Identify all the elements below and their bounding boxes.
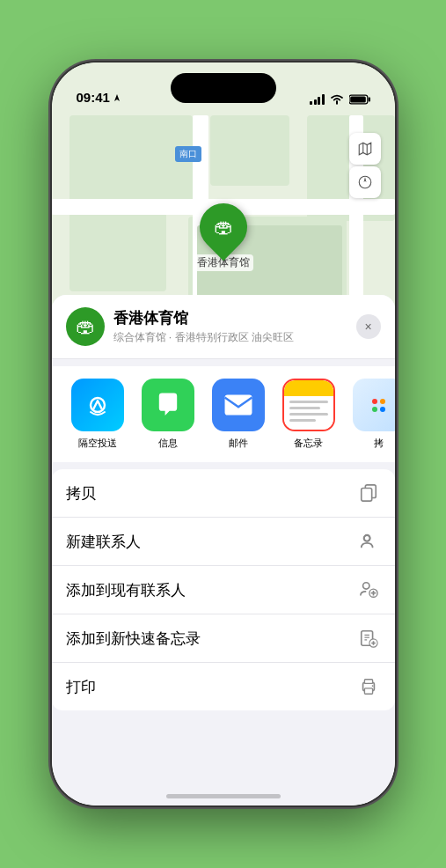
- place-name: 香港体育馆: [113, 308, 347, 328]
- action-quick-note[interactable]: 添加到新快速备忘录: [52, 614, 395, 663]
- notes-label: 备忘录: [294, 437, 323, 450]
- action-copy-label: 拷贝: [66, 483, 96, 504]
- action-new-contact-label: 新建联系人: [66, 532, 141, 552]
- svg-point-29: [371, 685, 373, 687]
- more-label: 拷: [374, 437, 384, 450]
- battery-icon: [349, 94, 370, 105]
- person-add-svg: [359, 532, 378, 551]
- map-controls[interactable]: [349, 133, 381, 200]
- map-block: [69, 115, 193, 203]
- share-mail[interactable]: 邮件: [203, 379, 274, 450]
- stadium-icon: 🏟: [214, 216, 233, 239]
- share-more[interactable]: 拷: [344, 379, 395, 450]
- person-plus-icon: [356, 577, 381, 602]
- action-existing-contact[interactable]: 添加到现有联系人: [52, 566, 395, 614]
- location-marker: 🏟 香港体育馆: [194, 203, 253, 271]
- signal-bars-icon: [310, 94, 325, 105]
- compass-icon: [357, 174, 373, 190]
- notes-icon[interactable]: [282, 379, 335, 431]
- share-messages[interactable]: 信息: [133, 379, 203, 450]
- home-indicator: [166, 794, 281, 798]
- map-block: [210, 115, 289, 186]
- svg-rect-28: [364, 680, 372, 684]
- print-icon: [356, 674, 381, 699]
- action-new-contact[interactable]: 新建联系人: [52, 518, 395, 566]
- airdrop-symbol: [84, 391, 112, 419]
- svg-point-1: [336, 103, 338, 105]
- map-block: [69, 212, 166, 291]
- map-type-button[interactable]: [349, 133, 381, 165]
- wifi-icon: [330, 94, 344, 105]
- person-plus-svg: [359, 580, 378, 600]
- print-svg: [359, 677, 378, 696]
- map-south-exit-label: 南口: [175, 146, 201, 162]
- note-add-icon: [356, 626, 381, 651]
- more-dots: [372, 399, 385, 412]
- marker-pin: 🏟: [189, 194, 256, 261]
- svg-point-15: [362, 583, 369, 589]
- place-icon-emoji: 🏟: [76, 315, 95, 338]
- map-icon: [357, 141, 373, 157]
- phone-frame: 09:41: [52, 63, 395, 805]
- action-print[interactable]: 打印: [52, 663, 395, 710]
- airdrop-label: 隔空投送: [78, 437, 117, 450]
- phone-screen: 09:41: [52, 63, 395, 805]
- mail-symbol: [223, 393, 253, 417]
- action-quick-note-label: 添加到新快速备忘录: [66, 629, 201, 649]
- svg-point-14: [363, 535, 369, 541]
- mail-label: 邮件: [229, 437, 248, 450]
- place-card: 🏟 香港体育馆 综合体育馆 · 香港特别行政区 油尖旺区 ×: [52, 295, 395, 359]
- share-row: 隔空投送 信息: [52, 366, 395, 462]
- map-label-text: 南口: [179, 149, 197, 158]
- status-icons: [310, 94, 370, 105]
- location-button[interactable]: [349, 166, 381, 198]
- more-icon[interactable]: [353, 379, 395, 431]
- place-info: 香港体育馆 综合体育馆 · 香港特别行政区 油尖旺区: [113, 308, 347, 345]
- messages-symbol: [153, 390, 183, 420]
- dynamic-island: [171, 73, 276, 103]
- bottom-sheet: 🏟 香港体育馆 综合体育馆 · 香港特别行政区 油尖旺区 ×: [52, 295, 395, 805]
- action-copy[interactable]: 拷贝: [52, 469, 395, 518]
- action-existing-contact-label: 添加到现有联系人: [66, 580, 186, 600]
- messages-icon[interactable]: [142, 379, 194, 431]
- clock: 09:41: [77, 90, 110, 105]
- copy-icon: [356, 481, 381, 505]
- svg-rect-10: [224, 394, 252, 415]
- mail-icon[interactable]: [212, 379, 265, 431]
- svg-marker-0: [114, 94, 120, 101]
- person-add-icon: [356, 529, 381, 554]
- share-notes[interactable]: 备忘录: [274, 379, 344, 450]
- share-airdrop[interactable]: 隔空投送: [62, 379, 133, 450]
- copy-svg: [359, 483, 378, 503]
- svg-rect-27: [364, 688, 372, 694]
- status-time: 09:41: [77, 90, 121, 105]
- messages-label: 信息: [158, 437, 178, 450]
- svg-rect-3: [350, 96, 366, 102]
- action-list: 拷贝 新建联系人: [52, 469, 395, 710]
- svg-rect-4: [368, 98, 369, 102]
- svg-rect-12: [361, 489, 371, 502]
- place-icon: 🏟: [66, 307, 105, 346]
- svg-marker-8: [363, 177, 366, 182]
- place-subtitle: 综合体育馆 · 香港特别行政区 油尖旺区: [113, 330, 347, 345]
- close-icon: ×: [364, 320, 371, 334]
- action-print-label: 打印: [66, 677, 96, 697]
- airdrop-icon[interactable]: [71, 379, 124, 431]
- close-button[interactable]: ×: [356, 314, 381, 339]
- note-add-svg: [359, 629, 378, 648]
- location-arrow-icon: [113, 92, 121, 103]
